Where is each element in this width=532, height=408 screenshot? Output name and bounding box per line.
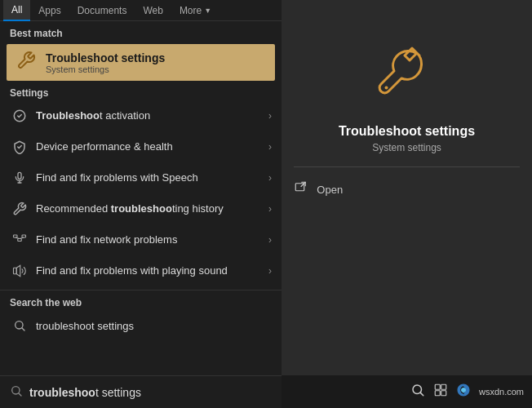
best-match-item[interactable]: Troubleshoot settings System settings [7,44,275,81]
tab-apps-label: Apps [38,5,60,16]
chevron-right-icon: › [268,110,272,122]
wrench-icon [16,51,36,74]
list-item-recommended-text: Recommended troubleshooting history [29,202,268,216]
right-panel-open-label: Open [317,184,343,196]
search-icon [10,316,29,335]
search-bar-icon [10,384,23,401]
svg-rect-23 [441,391,446,396]
sound-icon [10,261,29,281]
right-panel-title: Troubleshoot settings [339,124,475,139]
tab-more[interactable]: More ▼ [171,0,219,21]
taskbar-time: wsxdn.com [479,387,524,397]
svg-line-19 [420,392,423,395]
tab-all[interactable]: All [3,0,30,21]
svg-line-7 [16,237,20,239]
tab-documents-label: Documents [78,5,127,16]
right-panel-subtitle: System settings [372,142,441,153]
chevron-right-icon5: › [268,234,272,246]
settings-section-label: Settings [0,82,282,100]
list-item-speech-text: Find and fix problems with Speech [29,171,268,185]
right-panel: Troubleshoot settings System settings Op… [282,0,532,375]
svg-rect-20 [435,384,440,389]
svg-rect-21 [441,384,446,389]
tab-apps[interactable]: Apps [30,0,69,21]
tab-documents[interactable]: Documents [69,0,135,21]
tabs-bar: All Apps Documents Web More ▼ [0,0,282,21]
search-taskbar-icon[interactable] [410,383,425,401]
web-search-item[interactable]: troubleshoot settings [0,310,282,341]
list-item-activation[interactable]: Troubleshoot activation › [0,100,282,131]
list-item-speech[interactable]: Find and fix problems with Speech › [0,162,282,193]
svg-marker-10 [16,265,20,277]
right-panel-icon [366,33,448,114]
network-icon [10,230,29,250]
svg-line-17 [19,393,21,396]
list-item-device-health[interactable]: Device performance & health › [0,131,282,162]
right-panel-open-action[interactable]: Open [294,180,519,198]
search-web-label: Search the web [0,290,282,310]
list-item-sound-text: Find and fix problems with playing sound [29,264,268,278]
tab-more-label: More [180,5,202,16]
chevron-down-icon: ▼ [204,7,211,15]
edge-browser-icon[interactable] [456,383,471,401]
chevron-right-icon4: › [268,203,272,215]
svg-line-15 [301,182,305,186]
shield-icon [10,137,29,157]
search-input[interactable]: troubleshoot settings [29,386,141,399]
grid-taskbar-icon[interactable] [433,383,448,401]
list-item-recommended[interactable]: Recommended troubleshooting history › [0,193,282,224]
chevron-right-icon6: › [268,265,272,277]
circle-check-icon [10,106,29,126]
list-item-network[interactable]: Find and fix network problems › [0,224,282,255]
svg-line-8 [20,237,24,239]
svg-rect-5 [18,239,22,242]
best-match-label: Best match [0,21,282,42]
search-bar[interactable]: troubleshoot settings [0,375,282,408]
left-panel: All Apps Documents Web More ▼ Best match [0,0,282,375]
chevron-right-icon3: › [268,172,272,184]
list-item-activation-text: Troubleshoot activation [29,109,268,123]
tab-all-label: All [11,4,22,16]
tool-icon [10,199,29,219]
open-window-icon [294,180,308,198]
taskbar-right: wsxdn.com [282,375,532,408]
web-search-text: troubleshoot settings [29,320,272,332]
tab-web[interactable]: Web [135,0,171,21]
best-match-subtitle: System settings [46,64,165,74]
svg-rect-1 [18,172,21,179]
tab-web-label: Web [143,5,162,16]
list-item-network-text: Find and fix network problems [29,233,268,247]
svg-point-13 [384,86,388,90]
bottom-bar: troubleshoot settings wsxdn.com [0,375,532,408]
list-item-sound[interactable]: Find and fix problems with playing sound… [0,255,282,286]
best-match-text: Troubleshoot settings System settings [46,51,165,74]
svg-line-12 [22,328,24,330]
chevron-right-icon2: › [268,141,272,153]
list-item-device-health-text: Device performance & health [29,140,268,154]
right-panel-divider [294,166,519,167]
svg-rect-4 [14,235,18,237]
mic-icon [10,168,29,188]
svg-rect-22 [435,391,440,396]
svg-rect-6 [22,235,26,237]
best-match-title: Troubleshoot settings [46,51,165,64]
